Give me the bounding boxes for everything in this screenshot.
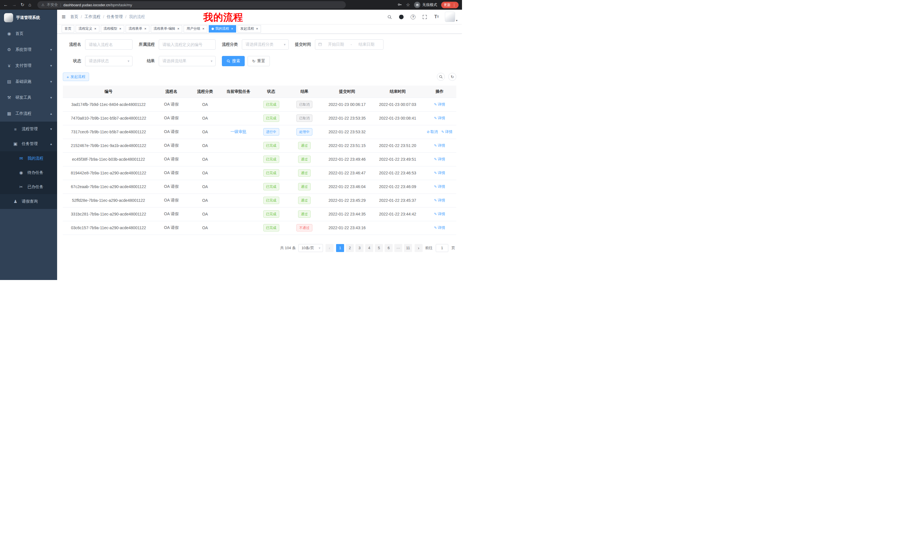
result-select[interactable]: 请选择流结果 ▾ (159, 56, 216, 66)
sidebar-item-dev-tools[interactable]: ⚒研发工具▾ (0, 90, 57, 106)
action-label: 详情 (445, 129, 453, 135)
process-def-input[interactable] (159, 39, 216, 49)
breadcrumb-item[interactable]: 工作流程 (84, 14, 100, 19)
hamburger-icon[interactable]: ≡ (62, 13, 66, 20)
key-icon[interactable] (398, 2, 402, 8)
cancel-link[interactable]: ⊘取消 (427, 129, 438, 135)
process-name-input[interactable] (85, 39, 132, 49)
close-icon[interactable]: × (144, 27, 147, 30)
table-row: ec45f38f-7b9a-11ec-b03b-acde48001122OA 请… (63, 153, 456, 166)
close-icon[interactable]: × (177, 27, 180, 30)
result-tag: 通过 (298, 169, 310, 177)
sidebar-item-workflow[interactable]: ▦工作流程▴ (0, 106, 57, 121)
tab-home[interactable]: 首页 (62, 25, 74, 33)
detail-link[interactable]: ✎详情 (434, 157, 445, 162)
status-select[interactable]: 请选择状态 ▾ (85, 56, 132, 66)
address-bar[interactable]: ⚠ 不安全 | dashboard.yudao.iocoder.cn/bpm/t… (38, 1, 346, 9)
tab-process-form[interactable]: 流程表单× (126, 25, 149, 33)
user-menu[interactable]: ▾ (445, 12, 458, 22)
page-button[interactable]: 5 (375, 244, 383, 252)
sidebar-item-process-manage[interactable]: ≡流程管理▾ (0, 121, 57, 136)
page-button[interactable]: 1 (336, 244, 344, 252)
next-page-button[interactable]: › (415, 244, 423, 252)
cell-id: 52ffd28e-7b9a-11ec-a290-acde48001122 (63, 193, 154, 207)
sidebar-item-home[interactable]: ◉首页 (0, 26, 57, 42)
sidebar-item-infrastructure[interactable]: ▤基础设施▾ (0, 73, 57, 90)
close-icon[interactable]: × (94, 27, 96, 30)
page-button[interactable]: 11 (404, 244, 412, 252)
avatar[interactable] (445, 12, 455, 22)
sidebar-item-payment[interactable]: ¥支付管理▾ (0, 58, 57, 73)
breadcrumb-item[interactable]: 首页 (70, 14, 78, 19)
search-button[interactable]: 搜索 (222, 56, 245, 66)
close-icon[interactable]: × (231, 27, 233, 30)
tab-process-def[interactable]: 流程定义× (76, 25, 99, 33)
detail-link[interactable]: ✎详情 (434, 171, 445, 175)
detail-link[interactable]: ✎详情 (434, 143, 445, 148)
security-label[interactable]: 不安全 (47, 2, 58, 7)
detail-link[interactable]: ✎详情 (434, 184, 445, 189)
goto-page-input[interactable] (436, 244, 448, 252)
browser-home-icon[interactable]: ⌂ (28, 3, 31, 7)
search-icon[interactable] (386, 13, 393, 20)
detail-link[interactable]: ✎详情 (441, 129, 453, 135)
detail-link[interactable]: ✎详情 (434, 102, 445, 107)
detail-link[interactable]: ✎详情 (434, 115, 445, 121)
tab-start-process[interactable]: 发起流程× (238, 25, 261, 33)
sidebar-item-done-task[interactable]: ✂已办任务 (0, 180, 57, 194)
refresh-table-icon[interactable]: ↻ (448, 73, 456, 81)
help-icon[interactable]: ? (410, 13, 417, 20)
sidebar-item-my-process[interactable]: ✉我的流程 (0, 151, 57, 166)
page-button[interactable]: 6 (385, 244, 393, 252)
tab-process-model[interactable]: 流程模型× (101, 25, 124, 33)
sidebar-item-system[interactable]: ⚙系统管理▾ (0, 42, 57, 58)
cell-category: OA (189, 111, 222, 125)
table-row: 52ffd28e-7b9a-11ec-a290-acde48001122OA 请… (63, 193, 456, 207)
message-icon: ✉ (18, 156, 24, 161)
page-button[interactable]: 2 (346, 244, 354, 252)
tab-form-edit[interactable]: 流程表单-编辑× (151, 25, 183, 33)
github-icon[interactable] (398, 13, 405, 20)
font-size-icon[interactable]: TT (433, 13, 440, 20)
cell-id: 819442e8-7b9a-11ec-a290-acde48001122 (63, 166, 154, 180)
close-icon[interactable]: × (202, 27, 204, 30)
create-process-button[interactable]: + 发起流程 (63, 72, 89, 81)
pager-ellipsis[interactable]: ··· (394, 244, 402, 252)
forward-arrow-icon[interactable]: → (12, 3, 16, 7)
cell-end-time: 2022-01-22 23:44:42 (372, 207, 423, 221)
submit-time-range[interactable]: 开始日期 - 结束日期 (315, 39, 384, 49)
page-button[interactable]: 4 (365, 244, 373, 252)
end-date-placeholder[interactable]: 结束日期 (352, 42, 380, 47)
start-date-placeholder[interactable]: 开始日期 (322, 42, 350, 47)
chevron-down-icon: ▾ (128, 59, 129, 63)
page-size-select[interactable]: 10条/页 ▾ (298, 244, 323, 252)
prev-page-button[interactable]: ‹ (326, 244, 333, 252)
bookmark-star-icon[interactable]: ☆ (406, 3, 410, 7)
sidebar-item-todo-task[interactable]: ◉待办任务 (0, 166, 57, 180)
close-icon[interactable]: × (256, 27, 258, 30)
detail-link[interactable]: ✎详情 (434, 211, 445, 217)
fullscreen-icon[interactable] (422, 13, 428, 20)
detail-link[interactable]: ✎详情 (434, 198, 445, 203)
category-placeholder: 请选择流程分类 (246, 42, 273, 47)
pager: 123456···11 (336, 244, 412, 252)
update-button[interactable]: 更新 ⋮ (441, 2, 459, 8)
task-link[interactable]: 一级审批 (230, 129, 246, 134)
reset-button[interactable]: ↻ 重置 (248, 56, 270, 66)
table-tools: ↻ (437, 73, 456, 81)
sidebar-item-leave-query[interactable]: ♟请假查询 (0, 194, 57, 209)
back-arrow-icon[interactable]: ← (3, 3, 8, 7)
close-icon[interactable]: × (119, 27, 122, 30)
page-button[interactable]: 3 (356, 244, 363, 252)
sidebar-item-task-manage[interactable]: ▣任务管理▴ (0, 136, 57, 151)
profile-chip[interactable]: 无痕模式 (414, 2, 437, 8)
cell-category: OA (189, 166, 222, 180)
category-select[interactable]: 请选择流程分类 ▾ (242, 39, 289, 49)
breadcrumb-item[interactable]: 任务管理 (107, 14, 123, 19)
detail-link[interactable]: ✎详情 (434, 225, 445, 231)
reload-icon[interactable]: ↻ (21, 3, 24, 7)
more-menu-icon[interactable]: ⋮ (452, 3, 456, 7)
search-toggle-icon[interactable] (437, 73, 445, 81)
tab-user-group[interactable]: 用户分组× (184, 25, 207, 33)
tab-my-process[interactable]: 我的流程× (209, 25, 236, 33)
